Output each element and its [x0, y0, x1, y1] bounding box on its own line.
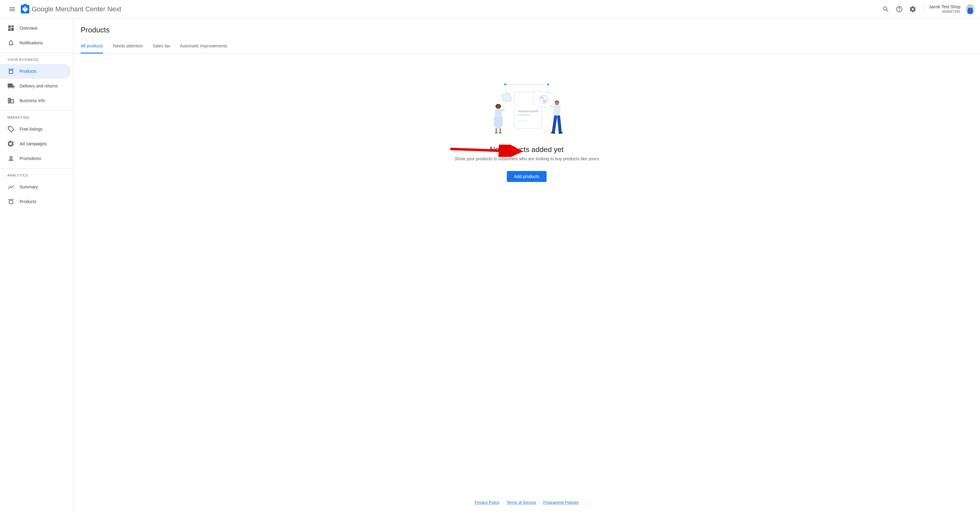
bell-icon	[7, 39, 15, 46]
sidebar-item-label: Products	[19, 199, 37, 204]
header-actions: Jacob Test Shop 604047291	[880, 3, 975, 15]
sidebar-item-ad-campaigns[interactable]: Ad campaigns	[0, 136, 71, 151]
sidebar-item-label: Free listings	[19, 127, 43, 131]
sidebar: Overview Notifications YOUR BUSINESS Pro…	[0, 18, 73, 512]
building-icon	[7, 97, 15, 104]
empty-state: No products added yet Show your products…	[73, 54, 980, 493]
sidebar-item-summary[interactable]: Summary	[0, 180, 71, 194]
sidebar-item-products[interactable]: Products	[0, 64, 71, 78]
search-button[interactable]	[880, 3, 892, 15]
sidebar-item-overview[interactable]: Overview	[0, 21, 71, 35]
sidebar-item-label: Notifications	[19, 40, 43, 45]
sidebar-section-header: YOUR BUSINESS	[0, 53, 73, 64]
megaphone-icon	[7, 140, 15, 147]
empty-state-title: No products added yet	[490, 145, 564, 154]
tag-icon	[7, 125, 15, 133]
sidebar-item-analytics-products[interactable]: Products	[0, 194, 71, 209]
products-icon	[7, 198, 15, 205]
gear-icon	[909, 5, 916, 13]
empty-state-illustration	[490, 84, 563, 133]
sidebar-item-label: Ad campaigns	[19, 141, 47, 146]
sidebar-item-label: Promotions	[19, 156, 41, 161]
sidebar-item-label: Overview	[19, 26, 37, 30]
add-products-button[interactable]: Add products	[507, 171, 547, 182]
footer-link-privacy[interactable]: Privacy Policy	[475, 500, 500, 505]
settings-button[interactable]	[907, 3, 919, 15]
sidebar-item-free-listings[interactable]: Free listings	[0, 122, 71, 136]
footer-link-terms[interactable]: Terms of Service	[506, 500, 536, 505]
account-id: 604047291	[929, 10, 961, 14]
tab-sales-tax[interactable]: Sales tax	[153, 39, 170, 54]
merchant-center-icon	[21, 5, 29, 13]
trending-icon	[7, 183, 15, 191]
main-menu-button[interactable]	[5, 2, 19, 16]
sidebar-item-label: Products	[19, 69, 37, 74]
sidebar-item-delivery[interactable]: Delivery and returns	[0, 78, 71, 93]
tab-automatic-improvements[interactable]: Automatic improvements	[180, 39, 227, 54]
tabs: All products Needs attention Sales tax A…	[73, 39, 980, 54]
sidebar-item-notifications[interactable]: Notifications	[0, 35, 71, 50]
footer-link-programme[interactable]: Programme Policies	[543, 500, 579, 505]
sidebar-item-label: Summary	[19, 184, 38, 189]
app-logo[interactable]: Google Merchant Center Next	[21, 5, 121, 13]
sidebar-item-label: Business info	[19, 98, 45, 103]
sidebar-item-label: Delivery and returns	[19, 83, 58, 88]
overview-icon	[7, 24, 15, 32]
header-divider	[924, 4, 924, 14]
promo-icon	[7, 155, 15, 162]
tab-needs-attention[interactable]: Needs attention	[113, 39, 143, 54]
main-content: Products All products Needs attention Sa…	[73, 18, 980, 512]
truck-icon	[7, 82, 15, 89]
hamburger-icon	[8, 5, 16, 13]
footer: Privacy Policy · Terms of Service · Prog…	[73, 493, 980, 512]
page-title: Products	[81, 26, 973, 34]
sidebar-section-header: ANALYTICS	[0, 168, 73, 180]
sidebar-section-header: MARKETING	[0, 110, 73, 122]
avatar[interactable]	[965, 4, 975, 14]
app-header: Google Merchant Center Next Jacob Test S…	[0, 0, 980, 18]
sidebar-item-business-info[interactable]: Business info	[0, 93, 71, 108]
sidebar-item-promotions[interactable]: Promotions	[0, 151, 71, 166]
app-title: Google Merchant Center Next	[32, 5, 121, 13]
help-button[interactable]	[893, 3, 905, 15]
account-info[interactable]: Jacob Test Shop 604047291	[929, 4, 961, 14]
help-icon	[896, 5, 903, 13]
products-icon	[7, 68, 15, 75]
empty-state-description: Show your products to customers who are …	[455, 156, 599, 161]
tab-all-products[interactable]: All products	[81, 39, 103, 54]
search-icon	[882, 5, 889, 13]
account-name: Jacob Test Shop	[929, 4, 961, 10]
